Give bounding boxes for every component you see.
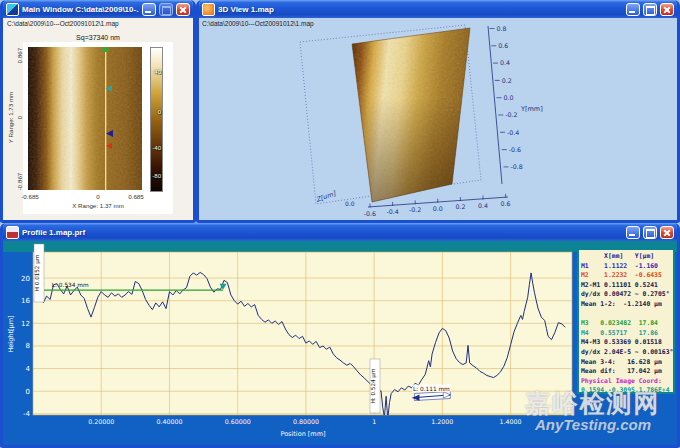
readout-line: dy/dx 2.04E-5 ~ 0.00163° <box>581 348 671 358</box>
maximize-button[interactable] <box>159 3 173 16</box>
colorbar-label-m80: -80 <box>129 173 161 179</box>
x-tick-label: 0.60000 <box>225 418 251 425</box>
y-tick-label: -4 <box>23 410 31 418</box>
map-texture <box>28 47 142 190</box>
y-tick-3d: -0.6 <box>509 146 521 153</box>
main-window-titlebar[interactable]: Main Window C:\data\2009\10-... <box>3 0 193 18</box>
x-tick-3d: -0.4 <box>386 208 398 215</box>
x-tick-3d: 0.2 <box>455 203 465 210</box>
maximize-button[interactable] <box>643 3 657 16</box>
x-tick-label: 0.80000 <box>293 418 319 425</box>
profile-client: 0.200000.400000.600000.8000011.20001.400… <box>3 241 677 445</box>
y-tick-3d: 0.0 <box>504 94 514 101</box>
measure-length-label-1: L: 0.534 mm <box>52 282 89 288</box>
colorbar-label-0: 0 <box>129 109 161 115</box>
readout-line: dy/dx 0.00472 ~ 0.2705° <box>581 290 671 300</box>
minimize-button[interactable] <box>626 226 640 239</box>
y-tick-3d: -0.4 <box>507 129 519 136</box>
readout-line: Physical Image Coord: <box>581 377 671 387</box>
surface-shading <box>352 28 470 202</box>
close-button[interactable] <box>660 226 674 239</box>
map-ytick-top: 0.867 <box>16 34 23 78</box>
file-path: C:\data\2009\10---Oct20091012\1.map <box>7 20 119 27</box>
readout-line: M4-M3 0.53369 0.01518 <box>581 338 671 348</box>
readout-line: M2 1.2232 -0.6435 <box>581 271 671 281</box>
measure-height-label-2: H: 0.524 μm <box>370 369 377 404</box>
z-axis-3d-tick: 0.0 <box>345 200 355 207</box>
main-window: Main Window C:\data\2009\10-... C:\data\… <box>0 0 196 223</box>
x-tick-3d: 0.4 <box>478 202 488 209</box>
y-tick-3d: 0.6 <box>498 42 508 49</box>
readout-line: Mean 3-4: 16.628 μm <box>581 358 671 368</box>
y-tick-3d: 0.8 <box>497 25 507 32</box>
minimize-button[interactable] <box>626 3 640 16</box>
readout-line: 0.1594,-0.3095,1.786E+4 <box>581 386 671 394</box>
y-tick-label: 0 <box>26 388 30 396</box>
x-axis-title: Position [mm] <box>280 430 325 438</box>
afm-2d-map[interactable] <box>28 47 142 190</box>
app-icon <box>6 3 19 16</box>
sq-roughness-label: Sq=37340 nm <box>3 34 193 41</box>
profile-icon <box>6 226 19 239</box>
readout-line: Mean dif: 17.042 μm <box>581 367 671 377</box>
window-title: Main Window C:\data\2009\10-... <box>22 5 139 14</box>
plot-area[interactable] <box>33 252 572 415</box>
main-window-client: C:\data\2009\10---Oct20091012\1.map Sq=3… <box>3 18 193 220</box>
maximize-button[interactable] <box>643 226 657 239</box>
colorbar-label-m40: -40 <box>129 145 161 151</box>
profile-titlebar[interactable]: Profile 1.map.prf <box>3 223 677 241</box>
colorbar-label-40: 40 <box>129 69 161 75</box>
readout-line: M2-M1 0.11101 0.5241 <box>581 281 671 291</box>
close-button[interactable] <box>660 3 674 16</box>
y-tick-label: 20 <box>21 275 30 283</box>
x-tick-3d: 0.0 <box>433 205 443 212</box>
profile-chart[interactable]: 0.200000.400000.600000.8000011.20001.400… <box>3 241 677 445</box>
measure-height-label-1: H 0.0152 μm <box>34 255 41 291</box>
map-ytick-mid: 0 <box>16 96 23 140</box>
measure-length-label-2: L: 0.111 mm <box>413 386 450 392</box>
x-tick-3d: 0.6 <box>501 200 511 207</box>
readout-panel: X[mm] Y[μm]M1 1.1122 -1.160M2 1.2232 -0.… <box>577 248 675 394</box>
y-tick-label: 8 <box>26 342 30 350</box>
y-tick-3d: 0.4 <box>500 59 510 66</box>
readout-line: X[mm] Y[μm] <box>581 252 671 262</box>
y-tick-3d: -0.2 <box>505 111 517 118</box>
mdi-workspace: Main Window C:\data\2009\10-... C:\data\… <box>0 0 680 448</box>
z-axis-3d-label: Z[um] <box>315 189 338 204</box>
x-tick-label: 1.2000 <box>431 418 453 425</box>
readout-line: M3 0.023482 17.84 <box>581 319 671 329</box>
y-tick-3d: -0.8 <box>511 163 523 170</box>
x-tick-3d: -0.6 <box>364 210 376 217</box>
x-tick-label: 0.40000 <box>156 418 182 425</box>
y-axis-3d <box>488 26 502 184</box>
map-xrange-label: X Range: 1.37 mm <box>28 202 168 209</box>
map-xtick-left: -0.685 <box>10 193 50 200</box>
view3d-icon <box>202 3 215 16</box>
y-axis-3d-label: Y[mm] <box>520 105 543 113</box>
view3d-titlebar[interactable]: 3D View 1.map <box>199 0 677 18</box>
x-tick-label: 1 <box>372 418 376 425</box>
map-yrange-label: Y Range: 1.73 mm <box>7 78 14 158</box>
view3d-client: C:\data\2009\10---Oct20091012\1.map <box>199 18 677 220</box>
view3d-window: 3D View 1.map C:\data\2009\10---Oct20091… <box>196 0 680 223</box>
x-tick-label: 0.20000 <box>88 418 114 425</box>
readout-line <box>581 310 671 320</box>
y-tick-label: 4 <box>26 365 31 373</box>
y-tick-label: 12 <box>21 320 30 328</box>
map-xtick-right: 0.685 <box>116 193 156 200</box>
readout-line: Mean 1-2: -1.2140 μm <box>581 300 671 310</box>
y-axis-title: Height[μm] <box>7 315 15 352</box>
profile-section-line[interactable] <box>105 47 106 190</box>
x-tick-label: 1.4000 <box>500 418 522 425</box>
map-xtick-mid: 0 <box>78 193 118 200</box>
window-title: Profile 1.map.prf <box>22 228 623 237</box>
minimize-button[interactable] <box>142 3 156 16</box>
chart-top-strip <box>3 241 677 252</box>
y-tick-3d: 0.2 <box>502 77 512 84</box>
y-tick-label: 16 <box>21 297 30 305</box>
marker-green-square[interactable] <box>103 47 109 52</box>
close-button[interactable] <box>176 3 190 16</box>
surface-3d-plot[interactable]: 0.80.60.40.20.0-0.2-0.4-0.6-0.8-0.6-0.4-… <box>199 18 677 220</box>
window-title: 3D View 1.map <box>218 5 623 14</box>
x-tick-3d: -0.2 <box>409 206 421 213</box>
